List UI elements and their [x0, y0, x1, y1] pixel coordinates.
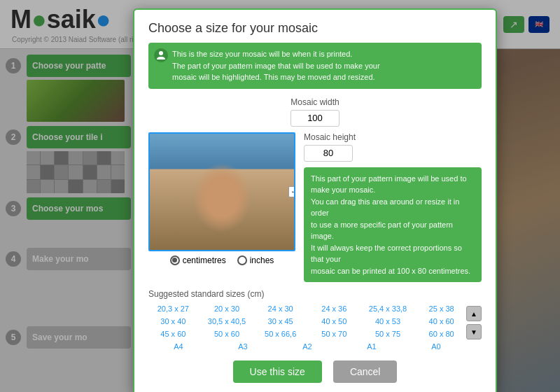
- centimetres-option[interactable]: centimetres: [170, 255, 226, 265]
- size-btn-0[interactable]: 20,3 x 27: [148, 303, 198, 314]
- size-btn-7[interactable]: 30,5 x 40,5: [202, 316, 252, 327]
- size-btn-8[interactable]: 30 x 45: [255, 316, 305, 327]
- paper-sizes-row: A4 A3 A2 A1 A0: [148, 341, 466, 352]
- info-box-icon: [154, 48, 168, 62]
- info-box: This is the size your mosaic will be whe…: [148, 43, 482, 89]
- sizes-row-3: 45 x 60 50 x 60 50 x 66,6 50 x 70 50 x 7…: [148, 328, 466, 340]
- size-btn-14[interactable]: 50 x 66,6: [255, 328, 305, 340]
- scroll-buttons: ▲ ▼: [466, 306, 482, 340]
- size-btn-13[interactable]: 50 x 60: [202, 328, 252, 340]
- sizes-label: Suggested standard sizes (cm): [148, 289, 482, 299]
- sizes-grid-container: 20,3 x 27 20 x 30 24 x 30 24 x 36 25,4 x…: [148, 303, 466, 352]
- info-text: This is the size your mosaic will be whe…: [172, 48, 475, 83]
- height-label: Mosaic height: [304, 132, 482, 142]
- mosaic-image-inner: [150, 134, 294, 250]
- size-btn-11[interactable]: 40 x 60: [416, 316, 466, 327]
- size-btn-10[interactable]: 40 x 53: [363, 316, 413, 327]
- svg-point-0: [159, 51, 163, 55]
- centimetres-radio[interactable]: [170, 255, 180, 265]
- size-a3[interactable]: A3: [213, 341, 273, 352]
- size-btn-12[interactable]: 45 x 60: [148, 328, 198, 340]
- size-btn-6[interactable]: 30 x 40: [148, 316, 198, 327]
- size-btn-2[interactable]: 24 x 30: [255, 303, 305, 314]
- person-icon: [156, 50, 166, 60]
- inches-option[interactable]: inches: [237, 255, 274, 265]
- size-btn-5[interactable]: 25 x 38: [416, 303, 466, 314]
- use-this-size-button[interactable]: Use this size: [233, 360, 322, 383]
- sizes-row-2: 30 x 40 30,5 x 40,5 30 x 45 40 x 50 40 x…: [148, 316, 466, 327]
- sizes-row-1: 20,3 x 27 20 x 30 24 x 30 24 x 36 25,4 x…: [148, 303, 466, 314]
- scroll-down-button[interactable]: ▼: [466, 324, 482, 340]
- modal-footer: Use this size Cancel: [148, 360, 482, 383]
- info2-text: This part of your pattern image will be …: [311, 173, 475, 277]
- size-btn-1[interactable]: 20 x 30: [202, 303, 252, 314]
- size-btn-3[interactable]: 24 x 36: [309, 303, 359, 314]
- resize-handle[interactable]: ↔: [288, 186, 295, 197]
- height-section: Mosaic height: [304, 132, 482, 162]
- size-btn-9[interactable]: 40 x 50: [309, 316, 359, 327]
- size-btn-16[interactable]: 50 x 75: [363, 328, 413, 340]
- right-panel: Mosaic height This part of your pattern …: [304, 132, 482, 283]
- width-input[interactable]: [290, 110, 340, 127]
- sizes-section: Suggested standard sizes (cm) 20,3 x 27 …: [148, 289, 482, 352]
- mosaic-preview-image[interactable]: ↔: [148, 132, 295, 251]
- size-a4[interactable]: A4: [148, 341, 209, 352]
- inches-radio[interactable]: [237, 255, 247, 265]
- size-a1[interactable]: A1: [342, 341, 402, 352]
- radio-row: centimetres inches: [148, 255, 295, 265]
- width-label: Mosaic width: [148, 97, 482, 107]
- scroll-up-button[interactable]: ▲: [466, 306, 482, 321]
- size-a0[interactable]: A0: [406, 341, 466, 352]
- size-btn-15[interactable]: 50 x 70: [309, 328, 359, 340]
- height-input[interactable]: [304, 145, 353, 162]
- cancel-button[interactable]: Cancel: [333, 360, 398, 383]
- modal-title: Choose a size for your mosaic: [148, 21, 482, 36]
- size-btn-4[interactable]: 25,4 x 33,8: [363, 303, 413, 314]
- modal-dialog: Choose a size for your mosaic This is th…: [133, 8, 497, 392]
- size-btn-17[interactable]: 60 x 80: [416, 328, 466, 340]
- image-container: ↔ centimetres inches: [148, 132, 295, 265]
- width-section: Mosaic width: [148, 97, 482, 127]
- content-row: ↔ centimetres inches Mosaic height This: [148, 132, 482, 283]
- info-box2: This part of your pattern image will be …: [304, 167, 482, 283]
- size-a2[interactable]: A2: [277, 341, 337, 352]
